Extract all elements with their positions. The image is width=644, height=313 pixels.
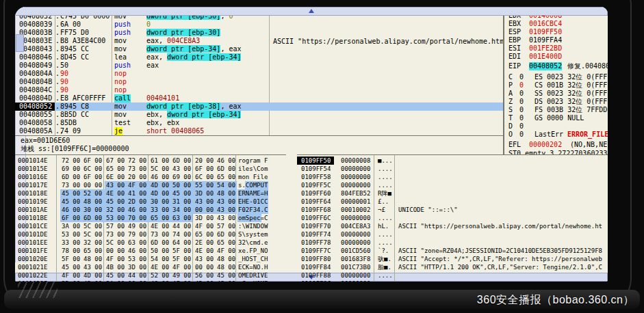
flag-row-Z[interactable]: Z0DS 0023 32位 0(FFFFF [504, 98, 608, 106]
stack-row-0109FF68[interactable]: 0109FF6800010002¬£UNICODE "::=::\" [297, 206, 608, 214]
opcode-bytes: 8D45 CC [60, 53, 111, 62]
disasm-row-0040804C[interactable]: 0040804C.90nop [15, 86, 503, 94]
disasm-row-0040804A[interactable]: 0040804A.90nop [15, 70, 503, 78]
dump-row-000101EE[interactable]: 000101EE33 0032 005C 0063 006D 0064 002E… [15, 239, 286, 247]
stack-ascii: .... [378, 280, 393, 282]
hex-byte-pair: 4D 00 [151, 189, 169, 198]
hex-byte-pair: 31 00 [172, 198, 191, 206]
flag-row-C[interactable]: C0ES 0023 32位 0(FFFFF [504, 73, 608, 81]
stack-annotation: ASCII "Accept: */*",CR,LF,"Referer: http… [398, 255, 602, 263]
dump-row-0001018E[interactable]: 0001018E45 0052 004E 0041 004D 0045 003D… [15, 189, 286, 198]
dump-row-0001015E[interactable]: 0001015E69 006C 0065 0073 005C 0043 006F… [15, 165, 286, 173]
hex-byte-pair: 48 00 [217, 189, 235, 198]
stack-pane[interactable]: 0109FF5000000008■...0109FF5400000000....… [297, 154, 608, 282]
disasm-row-00408043[interactable]: 00408043.8945 CCmovdword ptr [ebp-34], e… [15, 45, 503, 53]
stack-row-0109FF50[interactable]: 0109FF5000000008■... [297, 156, 608, 165]
analysis-prefix: . [55, 21, 60, 29]
dump-row-0001016E[interactable]: 0001016E6D 006F 006E 0020 0046 0069 006C… [15, 173, 286, 181]
disasm-row-00408058[interactable]: 00408058.85DBtestebx, ebx [15, 119, 503, 127]
disasm-row-0040803E[interactable]: 0040803E.B8 A3E84C00moveax, 004CE8A3 [15, 37, 503, 45]
disasm-row-0040804D[interactable]: 0040804D.E8 AFC0FFFFcall00404101 [15, 94, 503, 103]
register-EIP[interactable]: EIP00408052修复.0040805 [504, 62, 608, 70]
flag-value: 0 [519, 122, 524, 131]
stack-row-0109FF88[interactable]: 0109FF8800000000.... [297, 271, 608, 280]
hex-dump-pane[interactable]: 0001014E72 006F 0067 0072 0061 006D 0020… [15, 154, 286, 282]
stack-row-0109FF74[interactable]: 0109FF7400000000.... [297, 230, 608, 239]
register-ESP[interactable]: ESP0109FF50 [504, 28, 608, 36]
disasm-row-0040804B[interactable]: 0040804B.90nop [15, 78, 503, 86]
flag-row-P[interactable]: P0CS 001B 32位 0(FFFFF [504, 81, 608, 90]
flag-row-T[interactable]: T0GS 0000 NULL [504, 114, 608, 122]
stack-row-0109FF64[interactable]: 0109FF6400000001£.. [297, 198, 608, 206]
hex-byte-pair: 2D 00 [128, 198, 146, 206]
hex-byte-pair: 00 00 [128, 280, 146, 282]
scrollbar-thumb[interactable] [16, 34, 24, 52]
dump-row-000101FE[interactable]: 000101FE78 0065 0000 0046 0050 005F 004E… [15, 247, 286, 255]
flag-row-S[interactable]: S0FS 003B 32位 7FFDD00 [504, 106, 608, 114]
stack-row-0109FF6C[interactable]: 0109FF6C00000000.... [297, 214, 608, 222]
disasm-row-0040805A[interactable]: 0040805A.,74 09jeshort 00408065 [15, 127, 503, 135]
dump-address: 0001019E [18, 198, 47, 206]
hex-byte-pair: 00 00 [83, 181, 102, 189]
dump-ascii: iles\Com [238, 165, 268, 173]
dump-row-000101BE[interactable]: 000101BE6F 006D 0053 0070 0065 0063 003D… [15, 214, 286, 222]
flag-row-A[interactable]: A0SS 0023 32位 0(FFFFF [504, 90, 608, 98]
register-EBX[interactable]: EBX0016CBC4 [504, 20, 608, 28]
efl-row[interactable]: EFL00000202(NO,NB,NE,A, [504, 141, 608, 149]
hex-byte-pair: 45 00 [172, 189, 191, 198]
stack-row-0109FF7C[interactable]: 0109FF7C001CD560`?.ASCII "zone=RZ04A;JSE… [297, 247, 608, 255]
stack-row-0109FF54[interactable]: 0109FF5400000000.... [297, 165, 608, 173]
stack-row-0109FF5C[interactable]: 0109FF5C00000000.... [297, 181, 608, 189]
dump-row-0001019E[interactable]: 0001019E45 0048 0045 002D 0030 0031 0043… [15, 198, 286, 206]
flag-row-D[interactable]: D0 [504, 122, 608, 131]
stack-row-0109FF60[interactable]: 0109FF60804FEB52R陴■ [297, 189, 608, 198]
flag-row-O[interactable]: O0LastErr ERROR_FILE_N [504, 131, 608, 139]
hex-byte-pair: 65 00 [217, 239, 235, 247]
dump-row-0001020E[interactable]: 0001020E5F 0048 004F 0053 0054 005F 0043… [15, 255, 286, 263]
stack-row-0109FF70[interactable]: 0109FF70004CE8A3hL.ASCII "https://person… [297, 222, 608, 230]
disasm-row-0040803B[interactable]: 0040803B.FF75 D0pushdword ptr [ebp-30] [15, 29, 503, 37]
hex-byte-pair: 3A 00 [62, 222, 80, 230]
hex-byte-pair: 41 00 [128, 189, 146, 198]
disasm-row-00408052[interactable]: 00408052.8945 C8movdword ptr [ebp-38], e… [15, 103, 503, 111]
register-EBP[interactable]: EBP0109FFA4 [504, 36, 608, 44]
stack-row-0109FF84[interactable]: 0109FF84001C73B0胎■.ASCII "HTTP/1.1 200 O… [297, 263, 608, 271]
dump-row-0001022E[interactable]: 0001022E4F 004D 0045 0044 0052 0049 0056… [15, 271, 286, 280]
stack-row-0109FF80[interactable]: 0109FF80001683F8驮■.ASCII "Accept: */*",C… [297, 255, 608, 263]
dump-row-000101DE[interactable]: 000101DE53 005C 0073 0079 0073 0074 0065… [15, 230, 286, 239]
stack-row-0109FF58[interactable]: 0109FF5800000000.... [297, 173, 608, 181]
chevron-up-icon [309, 9, 314, 13]
hex-byte-pair: 46 00 [128, 247, 146, 255]
stack-row-0109FF78[interactable]: 0109FF7800000000.... [297, 239, 608, 247]
analysis-prefix: . [55, 119, 60, 127]
analysis-prefix: . [55, 70, 60, 78]
dump-row-000101AE[interactable]: 000101AE46 0030 0032 0046 0033 0034 0000… [15, 206, 286, 214]
disasm-row-00408055[interactable]: 00408055.8B5D CCmovebx, dword ptr [ebp-3… [15, 111, 503, 119]
register-ESI[interactable]: ESI001FE2BD [504, 44, 608, 53]
dump-row-0001023E[interactable]: 0001023E3D 0043 003A 0000 0048 004F 004D… [15, 280, 286, 282]
hex-byte-pair: 6F 00 [83, 156, 102, 165]
disasm-row-00408049[interactable]: 00408049.50pusheax [15, 62, 503, 70]
hex-byte-pair: 49 00 [128, 222, 146, 230]
register-EDI[interactable]: EDI001E400D [504, 53, 608, 61]
dump-row-000101CE[interactable]: 000101CE3A 005C 0057 0049 004E 0044 004F… [15, 222, 286, 230]
dump-row-0001017E[interactable]: 0001017E73 0000 0043 004F 004D 0050 0055… [15, 181, 286, 189]
dump-row-0001014E[interactable]: 0001014E72 006F 0067 0072 0061 006D 0020… [15, 156, 286, 165]
scroll-up-button[interactable] [15, 7, 608, 16]
dump-address: 000101EE [18, 239, 47, 247]
stack-row-0109FF8C[interactable]: 0109FF8C00000000.... [297, 280, 608, 282]
disasm-row-00408039[interactable]: 00408039.6A 00push0 [15, 21, 503, 29]
hex-byte-pair: 72 00 [128, 156, 146, 165]
disassembly-pane[interactable]: ASCII "https://personalweb.alipay.com/po… [15, 7, 503, 135]
dump-row-0001021E[interactable]: 0001021E45 0043 004B 003D 004E 004F 0000… [15, 263, 286, 271]
info-pane[interactable]: eax=001D6E60 堆栈 ss:[0109FF6C]=00000000 [15, 135, 503, 154]
hex-byte-pair: 4D 00 [195, 280, 214, 282]
stack-value: 00000000 [341, 181, 370, 189]
hex-byte-pair: 5C 00 [151, 165, 169, 173]
disasm-row-00408046[interactable]: 00408046.8D45 CCleaeax, dword ptr [ebp-3… [15, 53, 503, 62]
hex-byte-pair: 3D 00 [195, 189, 214, 198]
operands: eax [146, 62, 159, 70]
registers-pane[interactable]: EDX00140008EBX0016CBC4ESP0109FF50EBP0109… [503, 7, 608, 155]
stack-address: 0109FF74 [297, 230, 334, 239]
hex-byte-pair: 61 00 [151, 156, 169, 165]
